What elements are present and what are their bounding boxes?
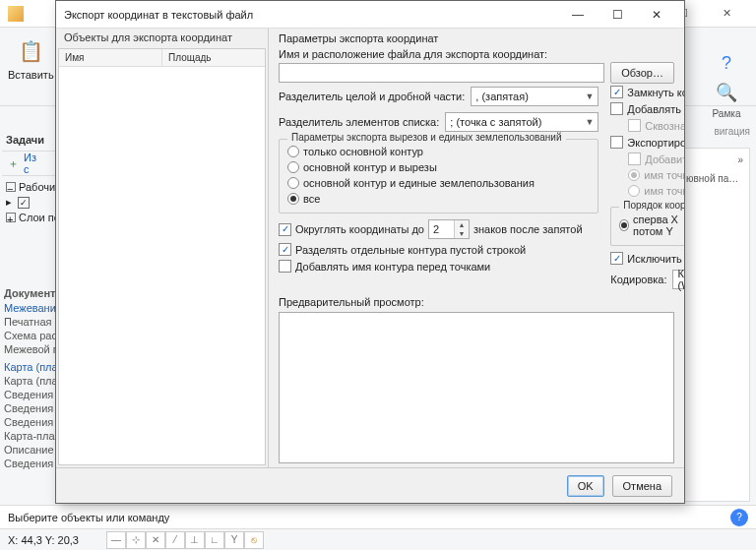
sep-dec-label: Разделитель целой и дробной части: <box>279 91 465 102</box>
file-label: Имя и расположение файла для экспорта ко… <box>279 48 674 60</box>
objects-header: Объекты для экспорта координат <box>56 29 268 46</box>
ok-button[interactable]: OK <box>567 475 604 497</box>
dialog-maximize-icon[interactable]: ☐ <box>598 3 637 27</box>
add-n-new-checkbox: Добавить «н» для новых точек <box>610 153 684 165</box>
preview-area[interactable] <box>279 312 674 463</box>
refresh-icon[interactable]: Из с <box>24 156 37 170</box>
name-after-radio: имя точки после координат <box>610 185 684 197</box>
tool-btn-2[interactable]: ⊹ <box>126 531 146 549</box>
tool-btn-7[interactable]: Y <box>224 531 244 549</box>
radio-all[interactable]: все <box>287 193 590 205</box>
tree-toggle-icon[interactable]: − <box>6 182 16 192</box>
clipboard-icon: 📋 <box>15 35 46 67</box>
cancel-button[interactable]: Отмена <box>612 475 672 497</box>
footer-tools: — ⊹ ✕ ∕ ⊥ ∟ Y ⎋ <box>106 531 264 549</box>
bg-paste-button[interactable]: 📋 Вставить <box>8 31 54 81</box>
add-contour-name-checkbox[interactable]: Добавлять имя контура перед точками <box>279 260 598 273</box>
dialog-footer: OK Отмена <box>56 467 684 503</box>
checkbox-icon[interactable]: ✓ <box>18 197 30 209</box>
radio-main-all[interactable]: основной контур и единые землепользовани… <box>287 177 590 189</box>
app-logo-icon <box>8 6 24 22</box>
objects-table[interactable]: Имя Площадь <box>58 48 266 465</box>
tool-btn-1[interactable]: — <box>106 531 126 549</box>
spin-down-icon[interactable]: ▼ <box>455 229 469 238</box>
browse-button[interactable]: Обзор… <box>610 62 674 84</box>
zoom-icon[interactable]: 🔍 <box>713 79 740 106</box>
bg-footer: X: 44,3 Y: 20,3 — ⊹ ✕ ∕ ⊥ ∟ Y ⎋ <box>0 528 756 550</box>
file-path-input[interactable] <box>279 63 604 83</box>
add-number-checkbox[interactable]: Добавлять номер по порядку <box>610 102 684 115</box>
encoding-select[interactable]: Кириллица (Windows)▼ <box>672 270 684 289</box>
add-icon[interactable]: ＋ <box>6 156 20 170</box>
bg-right-tools: ? 🔍 Рамка <box>703 49 750 119</box>
col-area[interactable]: Площадь <box>162 49 265 66</box>
tree-toggle-icon[interactable]: + <box>6 213 16 222</box>
bg-right-chevrons[interactable]: » <box>682 149 749 171</box>
exclude-dying-checkbox[interactable]: ✓Исключить умирающие <box>610 252 684 265</box>
cutouts-legend: Параметры экспорта вырезов и единых земл… <box>287 132 566 143</box>
chevron-down-icon: ▼ <box>585 92 594 101</box>
coords-text: X: 44,3 Y: 20,3 <box>8 534 79 546</box>
split-empty-checkbox[interactable]: ✓Разделять отдельные контура пустой стро… <box>279 243 598 256</box>
radio-main-only[interactable]: только основной контур <box>287 146 590 157</box>
bg-paste-label: Вставить <box>8 69 54 81</box>
params-pane: Параметры экспорта координат Имя и распо… <box>269 29 684 467</box>
export-name-checkbox[interactable]: Экспортировать имя точки <box>610 136 684 149</box>
through-num-checkbox: Сквозная нумерация <box>610 119 684 132</box>
round-checkbox[interactable]: ✓ Округлять координаты до 2 ▲▼ знаков по… <box>279 219 598 239</box>
name-before-radio: имя точки перед координатами <box>610 169 684 181</box>
dialog-titlebar[interactable]: Экспорт координат в текстовый файл — ☐ ✕ <box>56 1 684 29</box>
dialog-close-icon[interactable]: ✕ <box>637 3 676 27</box>
status-text: Выберите объекты или команду <box>8 512 169 523</box>
dialog-title: Экспорт координат в текстовый файл <box>64 9 558 21</box>
params-header: Параметры экспорта координат <box>279 32 674 46</box>
dialog-minimize-icon[interactable]: — <box>558 3 598 27</box>
radio-main-cut[interactable]: основной контур и вырезы <box>287 161 590 173</box>
help-icon[interactable]: ? <box>713 49 740 77</box>
tool-btn-8[interactable]: ⎋ <box>244 531 264 549</box>
bg-close-icon[interactable]: ✕ <box>705 2 748 26</box>
bg-right-item[interactable]: ювной па… <box>682 171 749 186</box>
preview-label: Предварительный просмотр: <box>279 296 674 308</box>
round-spinner[interactable]: 2 ▲▼ <box>428 219 470 239</box>
tool-btn-3[interactable]: ✕ <box>146 531 165 549</box>
close-contour-checkbox[interactable]: ✓Замкнуть контур первой точкой <box>610 86 684 98</box>
sep-dec-select[interactable]: , (запятая)▼ <box>471 87 598 106</box>
order-legend: Порядок координат <box>619 200 684 211</box>
status-help-icon[interactable]: ? <box>730 509 748 526</box>
encoding-label: Кодировка: <box>610 274 666 285</box>
export-dialog: Экспорт координат в текстовый файл — ☐ ✕… <box>55 0 685 504</box>
objects-pane: Объекты для экспорта координат Имя Площа… <box>56 29 269 467</box>
bg-right-panel: » ювной па… <box>681 148 750 502</box>
sep-list-select[interactable]: ; (точка с запятой)▼ <box>445 112 598 132</box>
bg-frame-label: Рамка <box>713 108 741 119</box>
spin-up-icon[interactable]: ▲ <box>455 220 469 229</box>
tool-btn-4[interactable]: ∕ <box>165 531 185 549</box>
tool-btn-5[interactable]: ⊥ <box>185 531 205 549</box>
cutouts-group: Параметры экспорта вырезов и единых земл… <box>279 139 598 214</box>
col-name[interactable]: Имя <box>59 49 162 66</box>
order-group: Порядок координат сперва X потом Y сперв… <box>610 207 684 246</box>
order-xy-radio[interactable]: сперва X потом Y <box>619 214 684 237</box>
sep-list-label: Разделитель элементов списка: <box>279 116 439 128</box>
tool-btn-6[interactable]: ∟ <box>205 531 224 549</box>
bg-status-bar: Выберите объекты или команду ? <box>0 505 756 528</box>
bg-nav-label: вигация <box>714 126 750 137</box>
chevron-down-icon: ▼ <box>585 117 594 127</box>
